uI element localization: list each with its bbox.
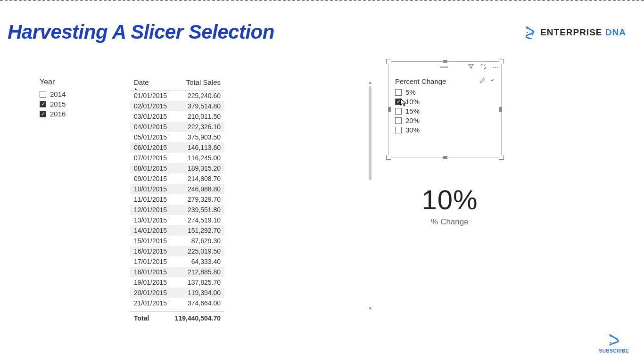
col-date-header[interactable]: Date bbox=[130, 76, 163, 90]
checkbox[interactable] bbox=[395, 89, 402, 96]
cell-date: 05/01/2015 bbox=[130, 132, 177, 142]
focus-mode-icon[interactable] bbox=[480, 63, 487, 71]
percent-option-label: 10% bbox=[405, 98, 420, 106]
scroll-down-arrow-icon[interactable]: ▼ bbox=[368, 306, 372, 311]
table-row[interactable]: 02/01/2015379,514.80 bbox=[130, 101, 224, 111]
svg-point-0 bbox=[527, 27, 528, 29]
cell-date: 22/01/2015 bbox=[130, 308, 177, 311]
resize-corner-bl[interactable] bbox=[386, 155, 391, 160]
percent-option-label: 15% bbox=[405, 107, 420, 115]
table-row[interactable]: 14/01/2015151,292.70 bbox=[130, 225, 224, 236]
visual-toolbar: ⋯ bbox=[440, 63, 499, 71]
table-row[interactable]: 01/01/2015225,240.60 bbox=[130, 90, 224, 101]
drag-handle-icon[interactable] bbox=[440, 66, 448, 69]
scroll-up-arrow-icon[interactable]: ▲ bbox=[368, 80, 372, 85]
cell-sales: 375,903.50 bbox=[177, 132, 224, 142]
card-value: 10% bbox=[388, 184, 511, 215]
dna-icon bbox=[523, 26, 537, 39]
brand-text: ENTERPRISE DNA bbox=[540, 27, 626, 38]
col-sales-header[interactable]: Total Sales bbox=[163, 76, 224, 90]
cell-sales: 214,808.70 bbox=[177, 173, 224, 184]
checkbox[interactable] bbox=[40, 111, 46, 117]
table-row[interactable]: 03/01/2015210,011.50 bbox=[130, 111, 224, 122]
table-row[interactable]: 07/01/2015116,245.00 bbox=[130, 153, 224, 163]
resize-corner-tr[interactable] bbox=[499, 59, 504, 64]
cell-sales: 87,629.30 bbox=[177, 236, 224, 246]
eraser-icon[interactable] bbox=[479, 77, 486, 85]
resize-handle-top[interactable] bbox=[443, 60, 447, 63]
page-title: Harvesting A Slicer Selection bbox=[8, 21, 274, 43]
table-row[interactable]: 22/01/2015135,412.70 bbox=[130, 308, 224, 311]
table-row[interactable]: 21/01/2015374,664.00 bbox=[130, 298, 224, 308]
percent-slicer-visual[interactable]: ⋯ Percent Change 5%10%15%20%30% bbox=[388, 61, 502, 157]
cell-sales: 135,412.70 bbox=[177, 308, 224, 311]
resize-handle-left[interactable] bbox=[388, 107, 391, 112]
percent-option-label: 20% bbox=[405, 116, 420, 124]
cell-sales: 151,292.70 bbox=[177, 225, 224, 236]
cell-sales: 225,019.50 bbox=[177, 246, 224, 256]
checkbox[interactable] bbox=[395, 117, 402, 124]
table-row[interactable]: 06/01/2015146,113.60 bbox=[130, 142, 224, 153]
svg-point-3 bbox=[532, 34, 533, 35]
filter-icon[interactable] bbox=[468, 63, 474, 71]
chevron-down-icon[interactable] bbox=[489, 77, 495, 85]
table-total-row: Total 119,440,504.70 bbox=[130, 312, 224, 324]
cell-date: 15/01/2015 bbox=[130, 236, 177, 246]
cell-date: 04/01/2015 bbox=[130, 122, 177, 132]
cell-sales: 189,315.20 bbox=[177, 163, 224, 173]
table-row[interactable]: 05/01/2015375,903.50 bbox=[130, 132, 224, 142]
resize-handle-bottom[interactable] bbox=[443, 156, 447, 159]
table-body: 01/01/2015225,240.6002/01/2015379,514.80… bbox=[130, 90, 224, 311]
percent-option[interactable]: 15% bbox=[395, 107, 495, 115]
cell-date: 01/01/2015 bbox=[130, 90, 177, 101]
cell-sales: 225,240.60 bbox=[177, 90, 224, 101]
cell-date: 19/01/2015 bbox=[130, 277, 177, 288]
table-row[interactable]: 10/01/2015246,988.80 bbox=[130, 184, 224, 194]
cell-date: 16/01/2015 bbox=[130, 246, 177, 256]
checkbox[interactable] bbox=[40, 91, 46, 98]
top-divider bbox=[0, 0, 644, 1]
table-row[interactable]: 17/01/201564,333.40 bbox=[130, 256, 224, 267]
table-row[interactable]: 18/01/2015212,885.80 bbox=[130, 267, 224, 277]
percent-slicer-header: Percent Change bbox=[395, 77, 446, 85]
year-option[interactable]: 2016 bbox=[40, 110, 106, 118]
percent-option[interactable]: 30% bbox=[395, 126, 495, 134]
cell-date: 14/01/2015 bbox=[130, 225, 177, 236]
table-row[interactable]: 04/01/2015222,326.10 bbox=[130, 122, 224, 132]
cell-sales: 279,329.70 bbox=[177, 194, 224, 205]
percent-option[interactable]: 5% bbox=[395, 88, 495, 96]
checkbox[interactable] bbox=[395, 99, 402, 105]
table-row[interactable]: 15/01/201587,629.30 bbox=[130, 236, 224, 246]
cell-sales: 146,113.60 bbox=[177, 142, 224, 153]
cell-date: 08/01/2015 bbox=[130, 163, 177, 173]
subscribe-badge[interactable]: SUBSCRIBE bbox=[599, 333, 629, 354]
table-row[interactable]: 08/01/2015189,315.20 bbox=[130, 163, 224, 173]
table-row[interactable]: 11/01/2015279,329.70 bbox=[130, 194, 224, 205]
checkbox[interactable] bbox=[395, 108, 402, 115]
year-option[interactable]: 2015 bbox=[40, 100, 106, 108]
dna-icon bbox=[606, 333, 622, 346]
table-row[interactable]: 12/01/2015239,551.80 bbox=[130, 205, 224, 215]
cell-sales: 210,011.50 bbox=[177, 111, 224, 122]
table-row[interactable]: 13/01/2015274,519.10 bbox=[130, 215, 224, 225]
checkbox[interactable] bbox=[395, 127, 402, 133]
cell-date: 20/01/2015 bbox=[130, 288, 177, 298]
scroll-thumb[interactable] bbox=[369, 86, 372, 180]
table-row[interactable]: 20/01/2015119,394.00 bbox=[130, 288, 224, 298]
svg-point-2 bbox=[527, 32, 528, 33]
more-options-icon[interactable]: ⋯ bbox=[492, 64, 499, 71]
checkbox[interactable] bbox=[40, 101, 46, 107]
resize-handle-right[interactable] bbox=[499, 107, 502, 112]
table-scrollbar[interactable]: ▲ ▼ bbox=[368, 80, 372, 311]
table-row[interactable]: 09/01/2015214,808.70 bbox=[130, 173, 224, 184]
cell-date: 11/01/2015 bbox=[130, 194, 177, 205]
resize-corner-br[interactable] bbox=[499, 155, 504, 160]
resize-corner-tl[interactable] bbox=[386, 59, 391, 64]
percent-option[interactable]: 10% bbox=[395, 98, 495, 106]
year-option[interactable]: 2014 bbox=[40, 90, 106, 98]
table-row[interactable]: 16/01/2015225,019.50 bbox=[130, 246, 224, 256]
cell-sales: 64,333.40 bbox=[177, 256, 224, 267]
year-slicer: Year 201420152016 bbox=[40, 78, 106, 120]
table-row[interactable]: 19/01/2015137,825.70 bbox=[130, 277, 224, 288]
percent-option[interactable]: 20% bbox=[395, 116, 495, 124]
